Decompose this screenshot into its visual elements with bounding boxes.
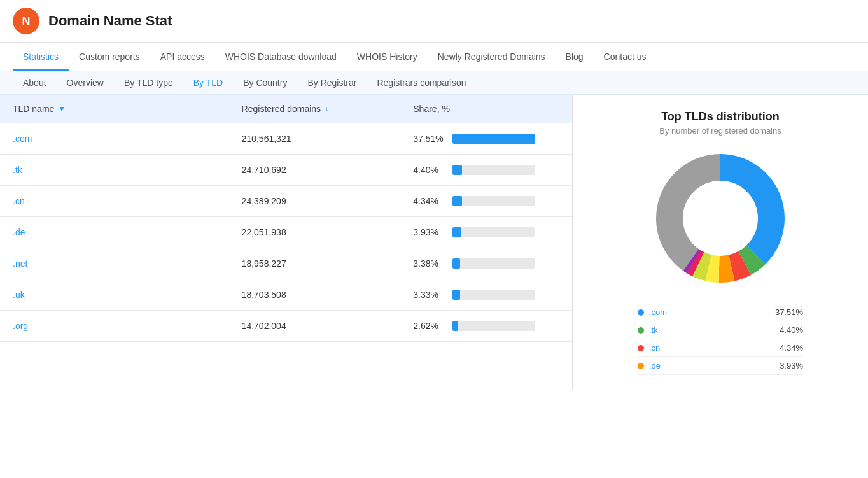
share-pct-text: 3.33% bbox=[413, 290, 446, 300]
legend-pct: 4.40% bbox=[780, 325, 803, 335]
share-bar-container bbox=[452, 165, 535, 175]
cell-tld: .com bbox=[0, 123, 229, 155]
cell-share: 3.33% bbox=[400, 279, 572, 311]
nav-whois-history[interactable]: WHOIS History bbox=[347, 43, 428, 71]
share-bar-fill bbox=[452, 227, 461, 237]
cell-domains: 210,561,321 bbox=[229, 123, 401, 155]
share-bar-container bbox=[452, 134, 535, 144]
table-row: .org14,702,0042.62% bbox=[0, 311, 572, 342]
legend-label: .cn bbox=[649, 343, 660, 353]
tld-link[interactable]: .com bbox=[13, 134, 32, 144]
cell-domains: 24,389,209 bbox=[229, 186, 401, 217]
chart-subtitle: By number of registered domains bbox=[659, 126, 781, 136]
tld-link[interactable]: .tk bbox=[13, 165, 22, 175]
secondary-nav: About Overview By TLD type By TLD By Cou… bbox=[0, 71, 868, 95]
tld-link[interactable]: .uk bbox=[13, 290, 25, 300]
share-pct-text: 2.62% bbox=[413, 321, 446, 331]
tab-overview[interactable]: Overview bbox=[57, 71, 114, 94]
share-bar-fill bbox=[452, 258, 460, 269]
legend-label: .com bbox=[649, 307, 667, 317]
chart-title: Top TLDs distribution bbox=[661, 110, 780, 123]
chart-legend: .com37.51%.tk4.40%.cn4.34%.de3.93% bbox=[638, 304, 803, 375]
legend-label: .tk bbox=[649, 325, 658, 335]
share-bar-container bbox=[452, 290, 535, 300]
share-pct-text: 4.34% bbox=[413, 196, 446, 206]
tab-by-tld[interactable]: By TLD bbox=[183, 71, 233, 94]
cell-tld: .de bbox=[0, 217, 229, 248]
table-row: .uk18,703,5083.33% bbox=[0, 279, 572, 311]
cell-share: 3.93% bbox=[400, 217, 572, 248]
cell-tld: .net bbox=[0, 248, 229, 279]
share-bar-fill bbox=[452, 165, 462, 175]
share-pct-text: 4.40% bbox=[413, 165, 446, 175]
legend-dot bbox=[638, 327, 644, 334]
donut-center bbox=[685, 183, 755, 253]
tab-by-tld-type[interactable]: By TLD type bbox=[114, 71, 183, 94]
cell-domains: 14,702,004 bbox=[229, 311, 401, 342]
tld-table-section: TLD name ▼ Registered domains ↓ Share, % bbox=[0, 95, 573, 390]
nav-contact[interactable]: Contact us bbox=[594, 43, 657, 71]
share-bar-container bbox=[452, 258, 535, 269]
legend-pct: 4.34% bbox=[780, 343, 803, 353]
app-logo: N bbox=[13, 8, 39, 34]
sort-down-icon[interactable]: ↓ bbox=[325, 104, 328, 113]
cell-domains: 22,051,938 bbox=[229, 217, 401, 248]
col-share: Share, % bbox=[400, 95, 572, 123]
tld-link[interactable]: .org bbox=[13, 321, 28, 331]
table-header-row: TLD name ▼ Registered domains ↓ Share, % bbox=[0, 95, 572, 123]
cell-tld: .org bbox=[0, 311, 229, 342]
cell-domains: 18,703,508 bbox=[229, 279, 401, 311]
share-bar-container bbox=[452, 196, 535, 206]
cell-tld: .uk bbox=[0, 279, 229, 311]
cell-share: 3.38% bbox=[400, 248, 572, 279]
donut-svg bbox=[650, 148, 790, 288]
cell-tld: .cn bbox=[0, 186, 229, 217]
primary-nav: Statistics Custom reports API access WHO… bbox=[0, 43, 868, 71]
nav-newly-registered[interactable]: Newly Registered Domains bbox=[428, 43, 556, 71]
nav-statistics[interactable]: Statistics bbox=[13, 43, 69, 71]
table-row: .net18,958,2273.38% bbox=[0, 248, 572, 279]
share-bar-container bbox=[452, 227, 535, 237]
nav-api-access[interactable]: API access bbox=[150, 43, 215, 71]
chart-section: Top TLDs distribution By number of regis… bbox=[573, 95, 868, 390]
donut-chart bbox=[650, 148, 790, 288]
tab-by-registrar[interactable]: By Registrar bbox=[297, 71, 367, 94]
share-pct-text: 3.93% bbox=[413, 227, 446, 237]
col-registered-domains: Registered domains ↓ bbox=[229, 95, 401, 123]
table-row: .cn24,389,2094.34% bbox=[0, 186, 572, 217]
cell-share: 4.40% bbox=[400, 155, 572, 186]
main-content: TLD name ▼ Registered domains ↓ Share, % bbox=[0, 95, 868, 390]
table-row: .de22,051,9383.93% bbox=[0, 217, 572, 248]
nav-custom-reports[interactable]: Custom reports bbox=[69, 43, 150, 71]
legend-dot bbox=[638, 345, 644, 351]
share-pct-text: 37.51% bbox=[413, 134, 446, 144]
filter-icon[interactable]: ▼ bbox=[58, 104, 66, 113]
legend-dot bbox=[638, 363, 644, 369]
cell-domains: 24,710,692 bbox=[229, 155, 401, 186]
app-title: Domain Name Stat bbox=[48, 13, 172, 29]
nav-blog[interactable]: Blog bbox=[556, 43, 594, 71]
share-bar-container bbox=[452, 321, 535, 331]
tld-link[interactable]: .de bbox=[13, 227, 25, 237]
tab-by-country[interactable]: By Country bbox=[233, 71, 297, 94]
tab-about[interactable]: About bbox=[13, 71, 57, 94]
cell-share: 4.34% bbox=[400, 186, 572, 217]
legend-item: .tk4.40% bbox=[638, 321, 803, 339]
nav-whois-db[interactable]: WHOIS Database download bbox=[215, 43, 347, 71]
tld-table: TLD name ▼ Registered domains ↓ Share, % bbox=[0, 95, 572, 342]
app-header: N Domain Name Stat bbox=[0, 0, 868, 43]
cell-share: 37.51% bbox=[400, 123, 572, 155]
tld-link[interactable]: .net bbox=[13, 258, 27, 269]
cell-share: 2.62% bbox=[400, 311, 572, 342]
table-row: .com210,561,32137.51% bbox=[0, 123, 572, 155]
share-bar-fill bbox=[452, 134, 535, 144]
tab-registrars-comparison[interactable]: Registrars comparison bbox=[367, 71, 476, 94]
legend-pct: 3.93% bbox=[780, 361, 803, 370]
legend-dot bbox=[638, 309, 644, 316]
tld-link[interactable]: .cn bbox=[13, 196, 25, 206]
cell-domains: 18,958,227 bbox=[229, 248, 401, 279]
share-bar-fill bbox=[452, 321, 458, 331]
legend-item: .com37.51% bbox=[638, 304, 803, 321]
share-pct-text: 3.38% bbox=[413, 258, 446, 269]
cell-tld: .tk bbox=[0, 155, 229, 186]
